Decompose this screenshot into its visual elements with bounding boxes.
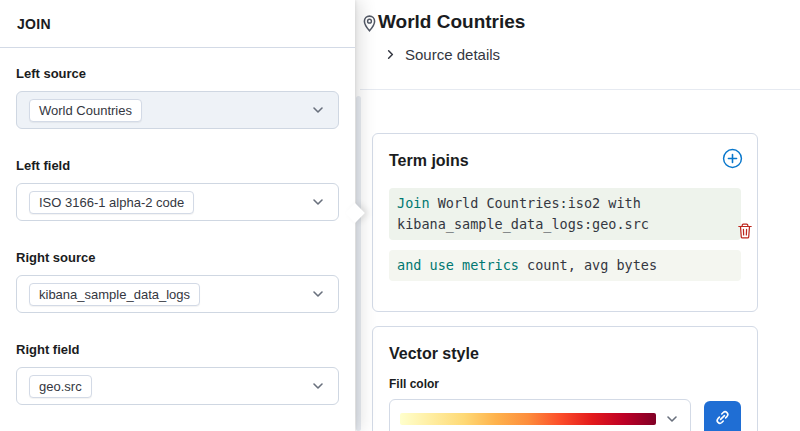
join-expression-text: World Countries:iso2 with	[430, 195, 641, 211]
chevron-down-icon	[310, 378, 326, 394]
right-source-row: Right source kibana_sample_data_logs	[16, 250, 339, 313]
source-details-label: Source details	[405, 46, 500, 63]
add-join-button[interactable]	[722, 148, 743, 169]
left-source-value: World Countries	[29, 99, 142, 122]
source-details-toggle[interactable]: Source details	[383, 46, 500, 63]
metrics-expression[interactable]: and use metrics count, avg bytes	[389, 250, 741, 281]
chevron-down-icon	[310, 286, 326, 302]
term-joins-card: Term joins Join World Countries:iso2 wit…	[372, 133, 758, 312]
left-field-row: Left field ISO 3166-1 alpha-2 code	[16, 158, 339, 221]
metrics-keyword: and use metrics	[397, 257, 519, 273]
style-by-value-toggle-button[interactable]	[704, 401, 741, 431]
page-title: World Countries	[378, 11, 525, 33]
join-popover: JOIN Left source World Countries Left fi…	[0, 0, 355, 431]
join-form: Left source World Countries Left field I…	[0, 48, 355, 405]
left-source-row: Left source World Countries	[16, 66, 339, 129]
left-field-combobox[interactable]: ISO 3166-1 alpha-2 code	[16, 183, 339, 221]
fill-color-row	[389, 399, 741, 431]
chevron-down-icon	[310, 194, 326, 210]
fill-color-label: Fill color	[389, 377, 741, 391]
link-icon	[714, 409, 731, 429]
term-joins-title: Term joins	[373, 134, 757, 172]
delete-join-button[interactable]	[736, 222, 754, 243]
right-source-value: kibana_sample_data_logs	[29, 283, 200, 306]
vector-style-title: Vector style	[373, 327, 757, 365]
chevron-down-icon	[664, 411, 680, 427]
left-source-label: Left source	[16, 66, 339, 82]
left-source-combobox[interactable]: World Countries	[16, 91, 339, 129]
right-field-label: Right field	[16, 342, 339, 358]
chevron-right-icon	[383, 47, 398, 62]
right-source-combobox[interactable]: kibana_sample_data_logs	[16, 275, 339, 313]
header-divider	[360, 89, 800, 90]
left-field-value: ISO 3166-1 alpha-2 code	[29, 191, 194, 214]
map-pin-icon	[360, 14, 379, 37]
join-expression-line1: Join World Countries:iso2 with	[397, 193, 733, 214]
left-field-label: Left field	[16, 158, 339, 174]
chevron-down-icon	[310, 102, 326, 118]
join-popover-title: JOIN	[0, 0, 355, 48]
vector-style-card: Vector style Fill color	[372, 326, 758, 431]
fill-color-ramp-select[interactable]	[389, 399, 691, 431]
right-field-row: Right field geo.src	[16, 342, 339, 405]
right-source-label: Right source	[16, 250, 339, 266]
join-expression[interactable]: Join World Countries:iso2 with kibana_sa…	[389, 188, 741, 240]
right-field-combobox[interactable]: geo.src	[16, 367, 339, 405]
join-keyword: Join	[397, 195, 430, 211]
join-expression-line2: kibana_sample_data_logs:geo.src	[397, 214, 733, 235]
fill-color-ramp	[400, 413, 656, 425]
scrollbar-track[interactable]	[356, 96, 361, 431]
metrics-text: count, avg bytes	[519, 257, 657, 273]
right-field-value: geo.src	[29, 375, 92, 398]
